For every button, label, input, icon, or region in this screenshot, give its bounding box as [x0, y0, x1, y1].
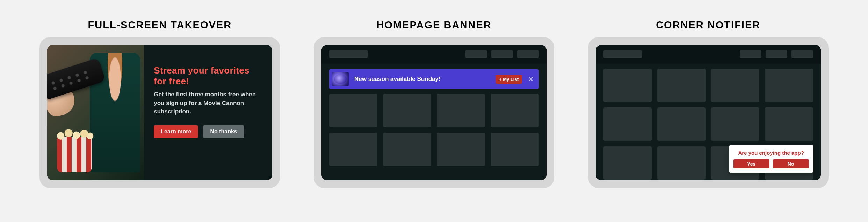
content-tile[interactable]: [491, 94, 539, 127]
content-tile[interactable]: [711, 107, 759, 141]
content-tile[interactable]: [765, 107, 813, 141]
nav-item-placeholder: [517, 50, 539, 58]
logo-placeholder: [329, 50, 368, 58]
panel-title: HOMEPAGE BANNER: [376, 19, 491, 31]
banner-thumbnail: [332, 72, 349, 86]
takeover-layout: Stream your favorites for free! Get the …: [47, 45, 272, 180]
content-tile[interactable]: [437, 94, 485, 127]
nav-placeholder: [740, 50, 813, 58]
content-tile[interactable]: [603, 107, 652, 141]
takeover-body: Get the first three months free when you…: [154, 90, 260, 116]
content-tile[interactable]: [711, 69, 759, 102]
nav-item-placeholder: [740, 50, 761, 58]
panel-title: FULL-SCREEN TAKEOVER: [88, 19, 232, 31]
takeover-headline: Stream your favorites for free!: [154, 65, 260, 87]
content-tile[interactable]: [657, 69, 706, 102]
tv-header: [596, 45, 821, 64]
notifier-question: Are you enjoying the app?: [733, 150, 809, 156]
no-thanks-button[interactable]: No thanks: [203, 125, 244, 138]
notifier-button-row: Yes No: [733, 159, 809, 168]
content-tile[interactable]: [603, 69, 652, 102]
tv-screen: Are you enjoying the app? Yes No: [596, 45, 821, 180]
notifier-no-button[interactable]: No: [773, 159, 809, 168]
tv-screen: New season available Sunday! + My List: [321, 45, 547, 180]
device-frame: Are you enjoying the app? Yes No: [588, 37, 829, 188]
takeover-image: [47, 45, 144, 180]
banner-cta-button[interactable]: + My List: [496, 75, 522, 84]
tv-screen: Stream your favorites for free! Get the …: [47, 45, 272, 180]
panel-corner-notifier: CORNER NOTIFIER: [581, 19, 835, 188]
content-tile[interactable]: [383, 133, 431, 166]
close-icon[interactable]: [528, 76, 534, 82]
nav-item-placeholder: [465, 50, 487, 58]
content-row: [329, 133, 539, 166]
logo-placeholder: [603, 50, 642, 58]
content-tile[interactable]: [437, 133, 485, 166]
content-tile[interactable]: [329, 133, 377, 166]
device-frame: Stream your favorites for free! Get the …: [39, 37, 280, 188]
nav-item-placeholder: [791, 50, 813, 58]
content-row: [603, 107, 813, 141]
takeover-copy: Stream your favorites for free! Get the …: [144, 45, 272, 180]
content-tile[interactable]: [765, 69, 813, 102]
corner-notifier: Are you enjoying the app? Yes No: [729, 145, 813, 173]
panel-title: CORNER NOTIFIER: [656, 19, 760, 31]
content-row: [603, 69, 813, 102]
tv-header: [321, 45, 547, 64]
nav-item-placeholder: [491, 50, 513, 58]
panel-homepage-banner: HOMEPAGE BANNER New season available Sun…: [308, 19, 561, 188]
banner-message: New season available Sunday!: [354, 76, 490, 83]
panel-full-screen-takeover: FULL-SCREEN TAKEOVER Stream your favorit…: [33, 19, 287, 188]
content-tile[interactable]: [329, 94, 377, 127]
illustration-popcorn: [57, 137, 92, 172]
nav-placeholder: [465, 50, 539, 58]
content-grid: [321, 89, 547, 171]
content-tile[interactable]: [383, 94, 431, 127]
content-tile[interactable]: [657, 107, 706, 141]
learn-more-button[interactable]: Learn more: [154, 125, 198, 138]
takeover-button-row: Learn more No thanks: [154, 125, 260, 138]
content-tile[interactable]: [603, 146, 652, 180]
diagram-row: FULL-SCREEN TAKEOVER Stream your favorit…: [0, 0, 868, 188]
notifier-yes-button[interactable]: Yes: [733, 159, 769, 168]
content-row: [329, 94, 539, 127]
content-tile[interactable]: [657, 146, 706, 180]
content-tile[interactable]: [491, 133, 539, 166]
device-frame: New season available Sunday! + My List: [314, 37, 554, 188]
homepage-banner[interactable]: New season available Sunday! + My List: [329, 69, 539, 89]
nav-item-placeholder: [766, 50, 787, 58]
